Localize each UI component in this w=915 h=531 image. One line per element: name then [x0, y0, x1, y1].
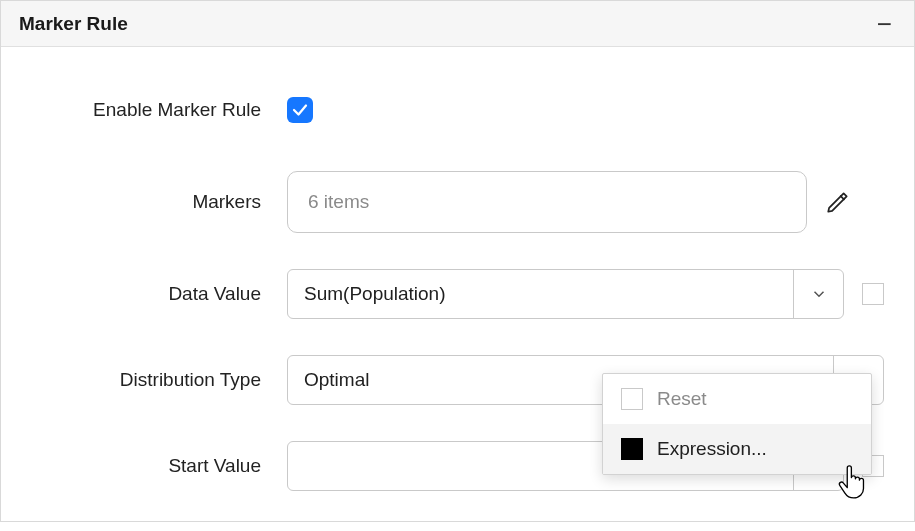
markers-label: Markers	[31, 191, 287, 213]
marker-rule-panel: Marker Rule − Enable Marker Rule Markers…	[0, 0, 915, 522]
data-value-aux-checkbox[interactable]	[862, 283, 884, 305]
data-value-label: Data Value	[31, 283, 287, 305]
pencil-icon	[825, 189, 851, 215]
enable-marker-rule-label: Enable Marker Rule	[31, 99, 287, 121]
context-menu: Reset Expression...	[602, 373, 872, 475]
start-value-label: Start Value	[31, 455, 287, 477]
reset-swatch	[621, 388, 643, 410]
markers-input[interactable]: 6 items	[287, 171, 807, 233]
panel-title: Marker Rule	[19, 13, 128, 35]
data-value-selected: Sum(Population)	[288, 270, 793, 318]
edit-markers-button[interactable]	[825, 189, 851, 215]
enable-marker-rule-checkbox[interactable]	[287, 97, 313, 123]
chevron-down-icon	[810, 285, 828, 303]
panel-body: Enable Marker Rule Markers 6 items	[1, 47, 914, 521]
menu-item-reset[interactable]: Reset	[603, 374, 871, 424]
collapse-button[interactable]: −	[873, 11, 896, 37]
panel-header: Marker Rule −	[1, 1, 914, 47]
menu-item-expression[interactable]: Expression...	[603, 424, 871, 474]
expression-swatch	[621, 438, 643, 460]
distribution-type-label: Distribution Type	[31, 369, 287, 391]
checkmark-icon	[291, 101, 309, 119]
data-value-select[interactable]: Sum(Population)	[287, 269, 844, 319]
row-enable-marker-rule: Enable Marker Rule	[31, 85, 884, 135]
menu-item-expression-label: Expression...	[657, 438, 767, 460]
row-data-value: Data Value Sum(Population)	[31, 269, 884, 319]
data-value-dropdown-toggle[interactable]	[793, 270, 843, 318]
markers-placeholder: 6 items	[308, 191, 369, 213]
row-markers: Markers 6 items	[31, 171, 884, 233]
menu-item-reset-label: Reset	[657, 388, 707, 410]
